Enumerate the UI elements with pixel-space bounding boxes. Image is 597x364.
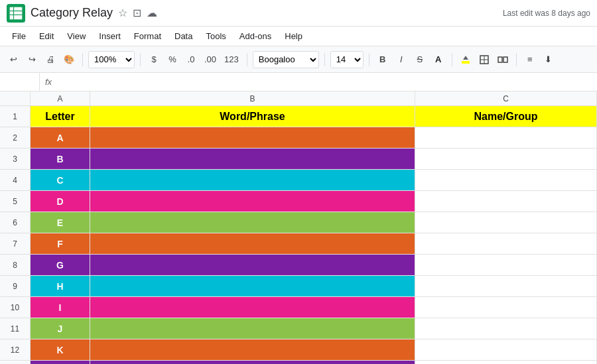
menu-view[interactable]: View bbox=[62, 30, 91, 42]
cell-1c[interactable]: Name/Group bbox=[415, 106, 597, 127]
cell-2b[interactable] bbox=[90, 127, 415, 148]
fill-color-button[interactable] bbox=[458, 52, 474, 68]
currency-button[interactable]: $ bbox=[146, 52, 162, 68]
cell-6a[interactable]: E bbox=[31, 212, 90, 233]
cell-12c[interactable] bbox=[415, 339, 597, 360]
borders-button[interactable] bbox=[476, 52, 492, 68]
cell-1b[interactable]: Word/Phrase bbox=[90, 106, 415, 127]
menu-addons[interactable]: Add-ons bbox=[234, 30, 277, 42]
cell-2c[interactable] bbox=[415, 127, 597, 148]
cell-8a[interactable]: G bbox=[31, 255, 90, 275]
cell-7b[interactable] bbox=[90, 233, 415, 254]
font-color-button[interactable]: A bbox=[431, 52, 446, 68]
undo-button[interactable]: ↩ bbox=[5, 52, 21, 68]
cell-10b[interactable] bbox=[90, 297, 415, 318]
svg-rect-9 bbox=[498, 57, 502, 62]
sheet-row-13: 13 L bbox=[0, 361, 597, 364]
spreadsheet: A B C 1 Letter Word/Phrase Name/Group 2 … bbox=[0, 91, 597, 364]
cell-11b[interactable] bbox=[90, 318, 415, 339]
sheet-row-6: 6 E bbox=[0, 212, 597, 233]
toolbar: ↩ ↪ 🖨 🎨 100% $ % .0 .00 123 Boogaloo 14 … bbox=[0, 46, 597, 73]
toolbar-sep-4 bbox=[324, 53, 325, 66]
menu-file[interactable]: File bbox=[7, 30, 31, 42]
cell-13a[interactable]: L bbox=[31, 361, 90, 364]
col-header-b[interactable]: B bbox=[90, 91, 415, 106]
strikethrough-button[interactable]: S bbox=[412, 52, 428, 68]
zoom-select[interactable]: 100% bbox=[88, 51, 135, 68]
format-number-button[interactable]: 123 bbox=[222, 52, 241, 68]
fx-label: fx bbox=[40, 77, 57, 87]
sheet-row-9: 9 H bbox=[0, 276, 597, 297]
menu-data[interactable]: Data bbox=[169, 30, 198, 42]
decimal-more-button[interactable]: .0 bbox=[183, 52, 199, 68]
row-num-13: 13 bbox=[0, 361, 31, 364]
cell-13b[interactable] bbox=[90, 361, 415, 364]
font-size-select[interactable]: 14 bbox=[330, 51, 364, 68]
cell-4b[interactable] bbox=[90, 170, 415, 190]
cell-11a[interactable]: J bbox=[31, 318, 90, 339]
cell-12a[interactable]: K bbox=[31, 339, 90, 360]
cell-7a[interactable]: F bbox=[31, 233, 90, 254]
row-num-7: 7 bbox=[0, 233, 31, 254]
row-num-6: 6 bbox=[0, 212, 31, 233]
cell-3a[interactable]: B bbox=[31, 149, 90, 169]
cell-10c[interactable] bbox=[415, 297, 597, 318]
align-button[interactable]: ≡ bbox=[522, 52, 538, 68]
cell-2a[interactable]: A bbox=[31, 127, 90, 148]
cell-3b[interactable] bbox=[90, 149, 415, 169]
cell-11c[interactable] bbox=[415, 318, 597, 339]
menu-insert[interactable]: Insert bbox=[94, 30, 126, 42]
formula-input[interactable] bbox=[57, 77, 597, 87]
cell-5c[interactable] bbox=[415, 191, 597, 212]
svg-rect-10 bbox=[503, 57, 507, 62]
cloud-icon[interactable]: ☁ bbox=[147, 7, 157, 19]
cell-9c[interactable] bbox=[415, 276, 597, 296]
cell-3c[interactable] bbox=[415, 149, 597, 169]
cell-6c[interactable] bbox=[415, 212, 597, 233]
svg-rect-5 bbox=[462, 61, 470, 64]
cell-5a[interactable]: D bbox=[31, 191, 90, 212]
menu-help[interactable]: Help bbox=[279, 30, 308, 42]
row-num-3: 3 bbox=[0, 149, 31, 169]
percent-button[interactable]: % bbox=[165, 52, 180, 68]
cell-12b[interactable] bbox=[90, 339, 415, 360]
cell-8c[interactable] bbox=[415, 255, 597, 275]
sheet-row-5: 5 D bbox=[0, 191, 597, 212]
col-header-c[interactable]: C bbox=[415, 91, 597, 106]
cell-1a[interactable]: Letter bbox=[31, 106, 90, 127]
toolbar-sep-3 bbox=[247, 53, 247, 66]
cell-8b[interactable] bbox=[90, 255, 415, 275]
cell-9b[interactable] bbox=[90, 276, 415, 296]
cell-10a[interactable]: I bbox=[31, 297, 90, 318]
title-action-icons: ☆ ⊡ ☁ bbox=[118, 7, 157, 19]
print-button[interactable]: 🖨 bbox=[42, 52, 58, 68]
cell-5b[interactable] bbox=[90, 191, 415, 212]
sheet-row-7: 7 F bbox=[0, 233, 597, 255]
cell-6b[interactable] bbox=[90, 212, 415, 233]
row-num-5: 5 bbox=[0, 191, 31, 212]
redo-button[interactable]: ↪ bbox=[24, 52, 40, 68]
menu-format[interactable]: Format bbox=[129, 30, 166, 42]
cell-13c[interactable] bbox=[415, 361, 597, 364]
cell-4a[interactable]: C bbox=[31, 170, 90, 190]
cell-reference[interactable] bbox=[0, 73, 40, 91]
toolbar-sep-7 bbox=[516, 53, 517, 66]
valign-button[interactable]: ⬇ bbox=[541, 52, 557, 68]
merge-cells-button[interactable] bbox=[495, 52, 511, 68]
italic-button[interactable]: I bbox=[393, 52, 409, 68]
bold-button[interactable]: B bbox=[375, 52, 391, 68]
row-num-2: 2 bbox=[0, 127, 31, 148]
font-select[interactable]: Boogaloo bbox=[253, 51, 319, 68]
cell-4c[interactable] bbox=[415, 170, 597, 190]
menu-edit[interactable]: Edit bbox=[34, 30, 59, 42]
decimal-less-button[interactable]: .00 bbox=[202, 52, 219, 68]
toolbar-sep-1 bbox=[82, 53, 83, 66]
folder-icon[interactable]: ⊡ bbox=[133, 7, 141, 19]
col-header-a[interactable]: A bbox=[31, 91, 90, 106]
menu-bar: File Edit View Insert Format Data Tools … bbox=[0, 27, 597, 46]
cell-9a[interactable]: H bbox=[31, 276, 90, 296]
cell-7c[interactable] bbox=[415, 233, 597, 254]
menu-tools[interactable]: Tools bbox=[200, 30, 231, 42]
star-icon[interactable]: ☆ bbox=[118, 7, 127, 19]
paint-format-button[interactable]: 🎨 bbox=[61, 52, 77, 68]
